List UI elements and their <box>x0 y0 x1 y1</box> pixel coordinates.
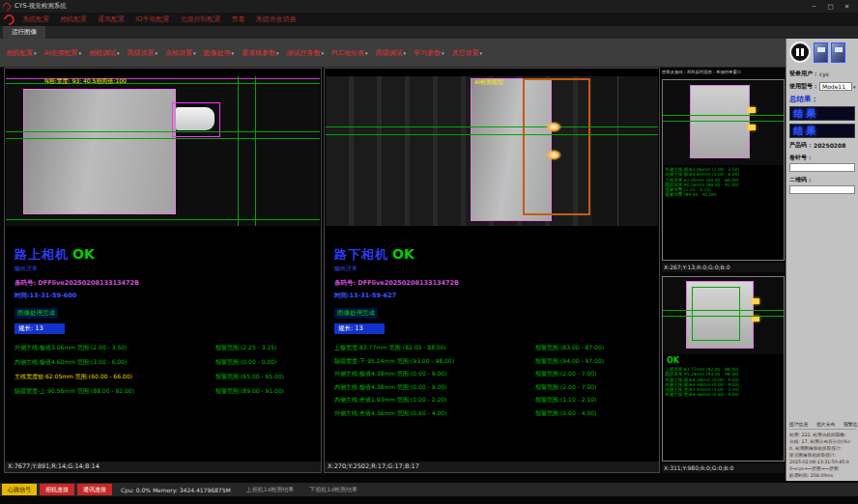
measurement-value: 内侧主线:差值1.93mm 范围:(1.00 - 2.20) <box>334 396 535 403</box>
app-window: CYS-视觉检测系统 ─ □ ✕ 系统配置 相机配置 通讯配置 IO手动配置 光… <box>0 0 858 504</box>
camera-view-button-2[interactable] <box>831 42 845 63</box>
camera-view-button-1[interactable] <box>814 42 828 63</box>
chevron-down-icon: ▾ <box>78 50 81 56</box>
toolbar-item-camera-config[interactable]: 相机配置▾ <box>6 48 37 58</box>
heartbeat-indicator: 心跳信号 <box>2 484 37 495</box>
measurement-row: 内侧主线:差值1.93mm 范围:(1.00 - 2.20)报警范围:(1.10… <box>334 396 655 403</box>
sidebar-controls <box>789 42 855 63</box>
menu-bar: 系统配置 相机配置 通讯配置 IO手动配置 光源控制配置 查看 系统语言切换 <box>0 13 858 26</box>
preview-ok-badge: OK <box>663 354 784 365</box>
toolbar-item-test-tasks[interactable]: 测试任务数▾ <box>286 48 324 58</box>
qr-input[interactable] <box>789 185 855 194</box>
toolbar-item-advanced-settings[interactable]: 高级设置▾ <box>127 48 157 58</box>
camera-result-title: 路下相机 <box>334 247 388 262</box>
measurement-row: 上极宽度:83.77mm 范围:(82.00 - 88.00)报警范围:(83.… <box>334 344 655 350</box>
close-button[interactable]: ✕ <box>839 0 855 13</box>
stats-tab-alarm[interactable]: 报警信息 <box>844 421 858 428</box>
upper-camera-result-label: 上相机1d检测结果 <box>246 486 295 494</box>
toolbar-item-advanced-debug[interactable]: 高级调试▾ <box>376 48 407 58</box>
tab-run-image[interactable]: 运行图像 <box>3 26 45 39</box>
toolbar-item-label: 基准线参数 <box>242 48 275 58</box>
chevron-down-icon: ▾ <box>231 50 234 56</box>
preview-upper-camera[interactable]: 外侧主线:极值3.06mm (2.00 - 3.50) 内侧主线:极值4.60m… <box>662 79 785 261</box>
window-controls: ─ □ ✕ <box>806 0 855 13</box>
toolbar-item-baseline-params[interactable]: 基准线参数▾ <box>242 48 279 58</box>
measurement-value: 外侧主线:差值4.36mm 范围:(0.60 - 4.00) <box>334 409 535 416</box>
toolbar-item-ai-config[interactable]: AI使用配置▾ <box>44 48 81 58</box>
camera-connection-indicator: 相机连接 <box>40 484 74 495</box>
titlebar: CYS-视觉检测系统 ─ □ ✕ <box>0 0 858 13</box>
menu-light-control-config[interactable]: 光源控制配置 <box>181 14 221 24</box>
maximize-button[interactable]: □ <box>822 0 839 13</box>
pause-icon <box>801 48 804 56</box>
camera-result-title: 路上相机 <box>14 247 69 262</box>
toolbar-item-spot-check[interactable]: 点检设置▾ <box>165 48 196 58</box>
toolbar-item-label: 测试任务数 <box>286 48 320 58</box>
cursor-pixel-readout: X:7677;Y:891;R:14;G:14;B:14 <box>5 462 321 472</box>
stats-line: 0→cys→一层图→一层图 <box>789 465 856 470</box>
model-select[interactable]: Mode11 <box>819 82 852 91</box>
chevron-down-icon: ▾ <box>155 50 157 56</box>
upper-camera-image[interactable]: N相:宽度: 93; 40.5相间值:100 <box>6 76 320 226</box>
toolbar-item-image-processing[interactable]: 图像处理▾ <box>203 48 234 58</box>
measurement-warn-range: 报警范围:(2.00 - 7.00) <box>535 383 655 390</box>
measurement-list: 外侧主线:极值3.06mm 范围:(2.00 - 3.50)报警范围:(2.25… <box>14 344 317 394</box>
preview-column: 图像及条码：相机实时画面：检测结果窗口 外侧主线:极值3.06mm (2.00 … <box>662 68 785 473</box>
measurement-value: 外侧主线:极值3.06mm 范围:(2.00 - 3.50) <box>14 344 215 350</box>
menu-language-switch[interactable]: 系统语言切换 <box>256 14 297 24</box>
preview-text-line: 报警范围:(89.00 - 91.00) <box>665 192 781 197</box>
length-value: 规长: 13 <box>334 323 385 334</box>
overlay-line <box>326 126 658 127</box>
toolbar-item-label: 学习参数 <box>414 48 441 58</box>
app-logo-icon <box>1 1 12 12</box>
toolbar-item-camera-debug[interactable]: 相机调试▾ <box>89 48 120 58</box>
result-ok-badge: OK <box>392 246 415 262</box>
menu-comm-config[interactable]: 通讯配置 <box>98 14 125 24</box>
preview-text-line: 外侧主线:差值4.36mm (0.60 - 4.00) <box>665 392 781 397</box>
measurement-warn-range: 报警范围:(94.00 - 97.00) <box>535 357 655 364</box>
cpu-memory-readout: Cpu: 0.0% Memory: 3424.41796875M <box>121 487 231 493</box>
measurement-warn-range: 报警范围:(0.00 - 0.00) <box>215 358 317 365</box>
camera-panel-lower: AI检测模型 路下相机OK 输出正常 条码号: DFFlive202502081… <box>324 68 660 473</box>
measurement-list: 上极宽度:83.77mm 范围:(82.00 - 88.00)报警范围:(83.… <box>334 344 655 416</box>
status-bar: 心跳信号 相机连接 通讯连接 Cpu: 0.0% Memory: 3424.41… <box>0 483 858 496</box>
menu-io-manual-config[interactable]: IO手动配置 <box>135 14 170 24</box>
overlay-line <box>255 76 256 226</box>
preview-upper-image <box>663 80 784 165</box>
statistics-block: 统计信息 批次分布 报警信息 检测: 222, 检测合格间隔数: 合格: 17,… <box>789 420 856 479</box>
model-field: 使用型号： Mode11 ▾ <box>789 82 855 91</box>
menu-system-config[interactable]: 系统配置 <box>22 14 49 24</box>
measurement-warn-range: 报警范围:(1.10 - 2.10) <box>535 396 655 403</box>
machine-edge <box>617 76 618 226</box>
reel-input[interactable] <box>789 163 855 172</box>
stats-line: 显示图像联机抓取统计: <box>789 452 856 457</box>
stats-tab-batch[interactable]: 批次分布 <box>816 421 835 428</box>
stats-line: 处理时间: 258.09ms <box>789 472 856 477</box>
preview-lower-camera[interactable]: OK 上极宽度:83.77mm (82.00 - 88.00) 隔膜宽度:95.… <box>662 276 785 462</box>
preview-column-header: 图像及条码：相机实时画面：检测结果窗口 <box>662 69 786 75</box>
chevron-down-icon: ▾ <box>365 50 368 56</box>
overlay-annotation: AI检测模型 <box>474 78 503 87</box>
pause-button[interactable] <box>789 42 811 63</box>
login-user-value: cys <box>819 70 829 77</box>
menu-view[interactable]: 查看 <box>232 14 245 24</box>
toolbar-item-plc-address[interactable]: PLC地址表▾ <box>331 48 368 58</box>
toolbar: 相机配置▾ AI使用配置▾ 相机调试▾ 高级设置▾ 点检设置▾ 图像处理▾ 基准… <box>0 39 786 68</box>
barcode-text: 条码号: DFFlive2025020813313472B <box>14 279 317 288</box>
lower-camera-image[interactable]: AI检测模型 <box>326 76 658 226</box>
measurement-warn-range: 报警范围:(2.00 - 7.00) <box>535 370 655 377</box>
menu-camera-config[interactable]: 相机配置 <box>60 14 87 24</box>
toolbar-item-learning-params[interactable]: 学习参数▾ <box>414 48 444 58</box>
overlay-line <box>6 131 320 132</box>
total-result-label: 总结果： <box>789 95 855 104</box>
minimize-button[interactable]: ─ <box>806 0 822 13</box>
measurement-value: 内侧主线:极值4.38mm 范围:(0.00 - 9.00) <box>334 383 535 390</box>
stats-tab-summary[interactable]: 统计信息 <box>789 421 808 428</box>
measurement-row: 内侧主线:极值4.60mm 范围:(3.00 - 6.00)报警范围:(0.00… <box>14 358 317 365</box>
toolbar-item-other-settings[interactable]: 其它设置▾ <box>452 48 483 58</box>
product-code-field: 产品码： 20250208 <box>789 141 855 150</box>
qr-label: 二维码： <box>789 176 813 182</box>
preview-text-block: 上极宽度:83.77mm (82.00 - 88.00) 隔膜宽度:95.24m… <box>663 365 784 399</box>
measurement-row: 主线宽度较:62.05mm 范围:(60.00 - 66.00)报警范围:(65… <box>14 373 317 379</box>
measurement-value: 主线宽度较:62.05mm 范围:(60.00 - 66.00) <box>14 373 215 379</box>
